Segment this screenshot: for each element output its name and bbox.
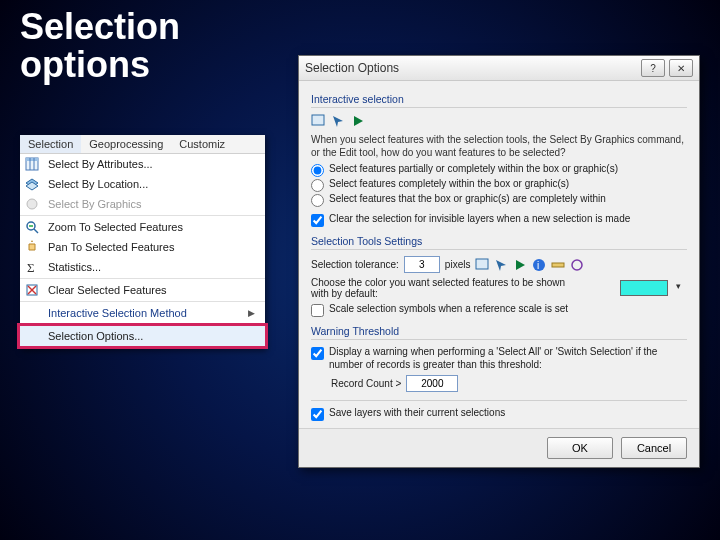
group-tools: Selection Tools Settings xyxy=(311,235,687,247)
select-rect-icon xyxy=(311,114,325,128)
blank-icon xyxy=(20,326,44,346)
group-interactive: Interactive selection xyxy=(311,93,687,105)
menu-zoom-to-selected[interactable]: Zoom To Selected Features xyxy=(20,217,265,237)
svg-text:i: i xyxy=(537,260,539,271)
zoom-icon xyxy=(20,217,44,237)
tool-rect-icon xyxy=(475,258,489,272)
measure-icon xyxy=(551,258,565,272)
radio-within[interactable]: Select features that the box or graphic(… xyxy=(311,193,687,207)
menu-statistics[interactable]: Σ Statistics... xyxy=(20,257,265,277)
menubar-geoprocessing[interactable]: Geoprocessing xyxy=(81,135,171,153)
radio-partial[interactable]: Select features partially or completely … xyxy=(311,163,687,177)
radio-label: Select features partially or completely … xyxy=(329,163,618,176)
table-icon xyxy=(20,154,44,174)
radio-label: Select features that the box or graphic(… xyxy=(329,193,606,206)
svg-rect-14 xyxy=(312,115,324,125)
select-play-icon xyxy=(351,114,365,128)
svg-marker-16 xyxy=(354,116,363,126)
record-count-row: Record Count > xyxy=(331,375,687,392)
svg-rect-1 xyxy=(26,158,38,161)
check-scale-symbols[interactable]: Scale selection symbols when a reference… xyxy=(311,303,687,317)
select-arrow-icon xyxy=(331,114,345,128)
menu-label: Clear Selected Features xyxy=(44,284,261,296)
radio-complete[interactable]: Select features completely within the bo… xyxy=(311,178,687,192)
group-warning: Warning Threshold xyxy=(311,325,687,337)
slide-title: Selection options xyxy=(20,8,180,84)
check-label: Display a warning when performing a 'Sel… xyxy=(329,346,687,371)
info-icon: i xyxy=(532,258,546,272)
svg-marker-18 xyxy=(496,260,506,271)
menu-separator xyxy=(20,215,265,216)
dialog-titlebar: Selection Options ? ✕ xyxy=(299,56,699,81)
radio-label: Select features completely within the bo… xyxy=(329,178,569,191)
menubar-selection[interactable]: Selection xyxy=(20,135,81,153)
tolerance-row: Selection tolerance: pixels i xyxy=(311,256,687,273)
dialog-buttons: OK Cancel xyxy=(299,428,699,467)
cancel-button[interactable]: Cancel xyxy=(621,437,687,459)
menubar-customize[interactable]: Customiz xyxy=(171,135,233,153)
layers-icon xyxy=(20,174,44,194)
menu-label: Zoom To Selected Features xyxy=(44,221,261,233)
menu-select-by-location[interactable]: Select By Location... xyxy=(20,174,265,194)
svg-marker-19 xyxy=(516,260,525,270)
tolerance-input[interactable] xyxy=(404,256,440,273)
checkbox-input[interactable] xyxy=(311,214,324,227)
svg-line-8 xyxy=(34,229,38,233)
selection-menu: Selection Geoprocessing Customiz Select … xyxy=(20,135,265,349)
interactive-help: When you select features with the select… xyxy=(311,134,687,159)
svg-point-6 xyxy=(27,199,37,209)
menu-interactive-method[interactable]: Interactive Selection Method ▶ xyxy=(20,303,265,323)
check-label: Save layers with their current selection… xyxy=(329,407,505,420)
dialog-title: Selection Options xyxy=(305,61,399,75)
menu-select-by-attributes[interactable]: Select By Attributes... xyxy=(20,154,265,174)
selection-tool-iconrow xyxy=(311,114,687,128)
title-line-1: Selection xyxy=(20,6,180,47)
ok-button[interactable]: OK xyxy=(547,437,613,459)
check-label: Clear the selection for invisible layers… xyxy=(329,213,630,226)
tool-arrow-icon xyxy=(494,258,508,272)
sigma-icon: Σ xyxy=(20,257,44,277)
menu-separator xyxy=(20,278,265,279)
menu-select-by-graphics: Select By Graphics xyxy=(20,194,265,214)
checkbox-input[interactable] xyxy=(311,304,324,317)
menu-label: Statistics... xyxy=(44,261,261,273)
selection-options-dialog: Selection Options ? ✕ Interactive select… xyxy=(298,55,700,468)
graphic-icon xyxy=(20,194,44,214)
tolerance-label: Selection tolerance: xyxy=(311,259,399,270)
menu-label: Select By Location... xyxy=(44,178,261,190)
check-warning-threshold[interactable]: Display a warning when performing a 'Sel… xyxy=(311,346,687,371)
help-button[interactable]: ? xyxy=(641,59,665,77)
checkbox-input[interactable] xyxy=(311,347,324,360)
blank-icon xyxy=(20,303,44,323)
menu-label: Pan To Selected Features xyxy=(44,241,261,253)
close-button[interactable]: ✕ xyxy=(669,59,693,77)
submenu-arrow-icon: ▶ xyxy=(248,308,255,318)
svg-point-23 xyxy=(572,260,582,270)
menu-label: Interactive Selection Method xyxy=(44,307,248,319)
color-row: Choose the color you want selected featu… xyxy=(311,277,687,299)
radio-input[interactable] xyxy=(311,164,324,177)
color-help: Choose the color you want selected featu… xyxy=(311,277,571,299)
record-count-input[interactable] xyxy=(406,375,458,392)
selection-color-swatch[interactable] xyxy=(620,280,668,296)
menu-pan-to-selected[interactable]: Pan To Selected Features xyxy=(20,237,265,257)
radio-input[interactable] xyxy=(311,194,324,207)
menu-selection-options[interactable]: Selection Options... xyxy=(20,326,265,346)
pan-icon xyxy=(20,237,44,257)
checkbox-input[interactable] xyxy=(311,408,324,421)
check-clear-invisible[interactable]: Clear the selection for invisible layers… xyxy=(311,213,687,227)
check-save-layers[interactable]: Save layers with their current selection… xyxy=(311,407,687,421)
link-icon xyxy=(570,258,584,272)
menu-label: Select By Attributes... xyxy=(44,158,261,170)
radio-input[interactable] xyxy=(311,179,324,192)
tolerance-unit: pixels xyxy=(445,259,471,270)
svg-rect-22 xyxy=(552,263,564,267)
menu-clear-selected[interactable]: Clear Selected Features xyxy=(20,280,265,300)
clear-icon xyxy=(20,280,44,300)
record-count-label: Record Count > xyxy=(331,378,401,389)
menu-label: Select By Graphics xyxy=(44,198,261,210)
svg-text:Σ: Σ xyxy=(27,260,35,274)
title-line-2: options xyxy=(20,44,150,85)
svg-rect-9 xyxy=(29,225,33,227)
check-label: Scale selection symbols when a reference… xyxy=(329,303,568,316)
